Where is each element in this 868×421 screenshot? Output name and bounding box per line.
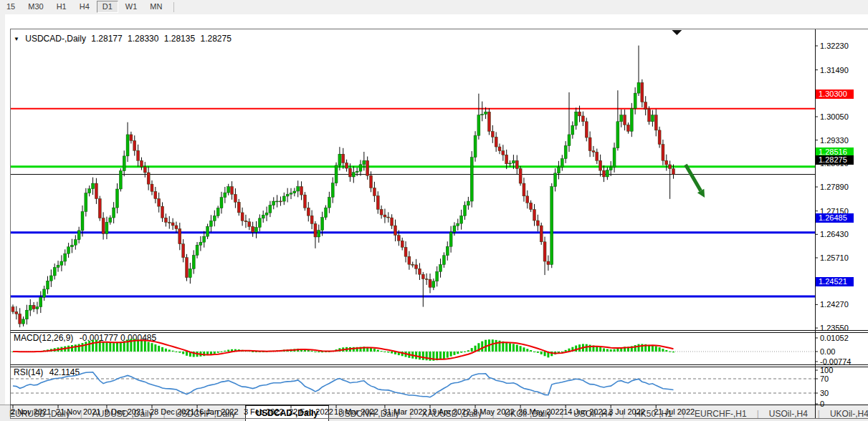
chart-title: ▼ USDCAD-,Daily 1.28177 1.28330 1.28135 … [14, 34, 234, 44]
candle-body [585, 122, 588, 137]
macd-signal-line [13, 340, 674, 359]
macd-histogram-bar [523, 347, 525, 352]
candle-body [575, 112, 578, 125]
candle-body [498, 147, 501, 151]
timeframe-button-d1[interactable]: D1 [97, 1, 118, 13]
toolbar-separator [173, 2, 174, 12]
candle-body [151, 184, 153, 191]
candle-body [43, 289, 46, 297]
macd-histogram-bar [227, 349, 229, 352]
candle-body [630, 109, 633, 132]
candle-body [224, 193, 226, 198]
macd-histogram-bar [450, 352, 452, 357]
candle-body [415, 265, 418, 268]
candle-body [588, 137, 591, 151]
candle-body [543, 242, 546, 261]
timeframe-button-h1[interactable]: H1 [51, 1, 72, 13]
timeframe-button-m30[interactable]: M30 [22, 1, 49, 13]
candle-body [485, 112, 487, 114]
candle-body [487, 112, 490, 131]
timeframe-button-w1[interactable]: W1 [120, 1, 143, 13]
macd-histogram-bar [165, 349, 167, 352]
macd-histogram-bar [116, 343, 118, 352]
date-label: 13 Mar 2022 [334, 407, 378, 416]
macd-histogram-bar [154, 344, 156, 352]
candle-body [293, 191, 296, 193]
macd-histogram-bar [443, 352, 445, 359]
chart-canvas[interactable]: 1.322301.314901.307701.300501.293301.286… [5, 14, 868, 419]
candle-body [209, 221, 212, 226]
trend-arrow-shaft[interactable] [685, 165, 700, 190]
candle-body [11, 307, 14, 312]
candle-body [359, 165, 362, 171]
candle-body [175, 226, 178, 229]
macd-histogram-bar [92, 340, 94, 352]
price-badge-1.24521: 1.24521 [816, 277, 854, 286]
candle-body [568, 135, 571, 146]
date-label: 31 Mar 2022 [383, 407, 427, 416]
macd-histogram-bar [505, 342, 507, 352]
macd-histogram-bar [665, 350, 667, 352]
macd-histogram-bar [655, 346, 657, 352]
candle-body [370, 175, 373, 188]
ohlc-close: 1.28275 [201, 34, 232, 44]
timeframe-button-mn[interactable]: MN [144, 1, 168, 13]
candle-body [397, 236, 400, 241]
rsi-tick-label: 30 [820, 389, 829, 397]
candle-body [648, 110, 651, 122]
macd-histogram-bar [460, 352, 462, 353]
candle-body [460, 216, 463, 223]
macd-histogram-bar [224, 351, 226, 352]
candle-body [502, 151, 505, 155]
candle-body [606, 170, 609, 177]
candle-body [626, 125, 629, 131]
date-label: 8 May 2022 [473, 407, 514, 416]
macd-histogram-bar [471, 348, 473, 352]
candle-body [620, 115, 623, 122]
candle-body [328, 197, 330, 208]
macd-histogram-bar [439, 352, 442, 359]
candle-body [116, 189, 119, 208]
candle-body [325, 208, 328, 218]
candle-body [446, 246, 449, 256]
macd-histogram-bar [599, 347, 601, 352]
candle-body [665, 160, 668, 165]
candle-body [216, 208, 219, 216]
candle-body [60, 261, 63, 265]
macd-histogram-bar [95, 340, 97, 352]
macd-histogram-bar [140, 340, 143, 352]
date-label: 3 Feb 2022 [244, 407, 284, 416]
candle-body [644, 102, 647, 110]
candle-body [171, 223, 174, 226]
candle-body [421, 274, 424, 279]
timeframe-button-h4[interactable]: H4 [74, 1, 95, 13]
chart-window: ▼ USDCAD-,Daily 1.28177 1.28330 1.28135 … [5, 14, 868, 405]
price-badge-1.28275: 1.28275 [816, 155, 854, 165]
candle-body [269, 205, 272, 213]
candle-body [505, 155, 508, 164]
candle-body [168, 223, 171, 223]
candle-body [387, 217, 390, 218]
candle-body [408, 256, 411, 264]
candle-body [314, 223, 317, 237]
date-label: 2 Nov 2021 [11, 407, 51, 416]
chart-shift-marker[interactable] [672, 30, 682, 35]
macd-histogram-bar [533, 352, 535, 352]
candle-body [376, 195, 379, 209]
candle-body [297, 187, 300, 191]
date-label: 21 Jul 2022 [654, 407, 695, 416]
timeframe-button-15[interactable]: 15 [1, 1, 21, 13]
macd-histogram-bar [182, 352, 184, 354]
candle-body [98, 199, 101, 218]
date-label: 26 May 2022 [518, 407, 564, 416]
macd-histogram-bar [492, 339, 494, 352]
macd-histogram-bar [105, 342, 108, 352]
symbol-dropdown-icon[interactable]: ▼ [14, 36, 19, 42]
candle-body [74, 240, 77, 245]
macd-histogram-bar [638, 344, 640, 352]
macd-histogram-bar [419, 352, 421, 359]
candle-body [282, 196, 285, 201]
candle-body [373, 188, 376, 195]
price-tick-label: 1.30050 [820, 112, 849, 121]
date-label: 22 Feb 2022 [289, 407, 333, 416]
